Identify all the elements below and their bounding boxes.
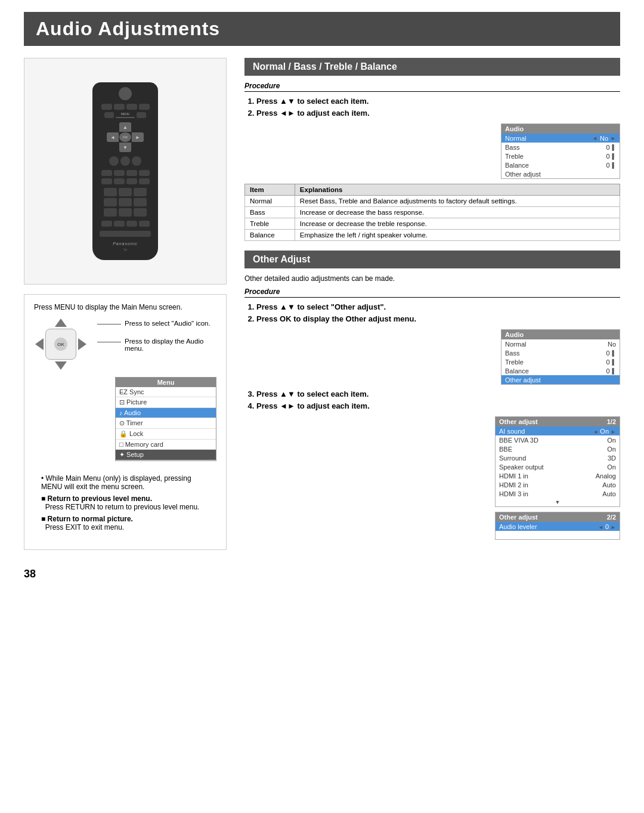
remote-mid-row (109, 156, 141, 166)
audio-row-bass: Bass 0 ▌ (501, 143, 620, 152)
page-number: 38 (24, 568, 227, 580)
diagram-content: OK Press to select "Audio" icon. Pr (34, 317, 216, 371)
oa-speaker-val: On (607, 463, 616, 471)
audio2-bass-val: 0 ▌ (606, 350, 616, 357)
table-header-expl: Explanations (295, 184, 620, 196)
ai-sound-value: On (600, 428, 609, 435)
oa-hdmi3-label: HDMI 3 in (499, 490, 528, 497)
step1-1: Press ▲▼ to select each item. (256, 97, 620, 106)
oa-row-hdmi1: HDMI 1 in Analog (496, 471, 620, 480)
remote-btn-2 (114, 104, 125, 110)
left-column: MENU ▲ ◄ OK ► ▼ (24, 58, 227, 580)
dpad-diagram: OK (34, 317, 88, 371)
oa-hdmi1-val: Analog (596, 472, 616, 480)
bullet-notes: • While Main Menu (only) is displayed, p… (34, 469, 216, 540)
remote-sm-btn-3 (132, 156, 141, 166)
oa-tri-left: ◄ (593, 429, 598, 435)
remote-btn-13 (126, 178, 137, 184)
section1-procedure-label: Procedure (244, 82, 620, 92)
remote-sm-btn-2 (120, 156, 130, 166)
balance-value: 0 (606, 162, 609, 169)
tri-right-2: ▌ (612, 144, 616, 150)
audio2-normal-val: No (608, 341, 616, 348)
dpad-ok: OK (119, 132, 131, 142)
oa-row-bbe: BBE On (496, 444, 620, 453)
oa-surround-label: Surround (499, 455, 526, 462)
step1-2: Press ◄► to adjust each item. (256, 109, 620, 118)
oa-audio-leveler-label: Audio leveler (499, 523, 537, 530)
dpad-diag-arrow-down (55, 361, 67, 370)
audio2-treble-val: 0 ▌ (606, 358, 616, 366)
page-title: Audio Adjustments (24, 12, 620, 46)
dpad-diag-arrow-right (78, 338, 86, 350)
tri-left-1: ◄ (592, 135, 597, 141)
audio2-other-label: Other adjust (505, 376, 541, 384)
tri-right-4: ▌ (612, 162, 616, 168)
oa-menu-1-title: Other adjust 1/2 (496, 417, 620, 426)
remote-btn-8 (114, 170, 125, 176)
diagram-label-audio-menu: Press to display the Audio menu. (97, 338, 216, 352)
section2-header: Other Adjust (244, 251, 620, 268)
remote-num-8 (119, 208, 132, 217)
label-audio-icon-text: Press to select "Audio" icon. (125, 320, 210, 327)
audio-menu-1-title: Audio (501, 124, 620, 134)
oa-down-arrow: ▼ (496, 498, 620, 506)
main-layout: MENU ▲ ◄ OK ► ▼ (24, 58, 620, 580)
step2-1: Press ▲▼ to select "Other adjust". (256, 302, 620, 311)
dpad-up: ▲ (119, 122, 131, 132)
section1: Normal / Bass / Treble / Balance Procedu… (244, 58, 620, 241)
dpad-empty-1 (107, 122, 119, 132)
remote-image: MENU ▲ ◄ OK ► ▼ (24, 58, 227, 285)
section1-steps: Press ▲▼ to select each item. Press ◄► t… (244, 97, 620, 118)
table-cell-treble-expl: Increase or decrease the treble response… (295, 218, 620, 230)
menu-item-picture: ⊡ Picture (116, 397, 216, 408)
remote-btn-16 (114, 221, 125, 227)
remote-btn-5 (104, 112, 114, 118)
remote-btn-10 (139, 170, 150, 176)
section2-steps1: Press ▲▼ to select "Other adjust". Press… (244, 302, 620, 323)
label-line-2 (97, 342, 121, 342)
remote-sensor (119, 87, 132, 100)
oa-menu-2-title: Other adjust 2/2 (496, 512, 620, 522)
oa-tri-right: ► (611, 429, 616, 435)
remote-btn-11 (101, 178, 112, 184)
oa-hdmi3-val: Auto (602, 490, 616, 497)
remote-btn-7 (101, 170, 112, 176)
menu-item-memory: □ Memory card (116, 440, 216, 450)
remote-row-3 (101, 170, 150, 176)
oa-title-text: Other adjust (499, 418, 538, 425)
oa-menu-1: Other adjust 1/2 AI sound ◄ On ► BBE VIV… (495, 416, 620, 507)
oa-bbe-viva-label: BBE VIVA 3D (499, 437, 538, 444)
dpad-empty-3 (107, 143, 119, 152)
remote-top-buttons (101, 104, 150, 110)
oa-page-1: 1/2 (607, 418, 616, 425)
remote-btn-18 (139, 221, 150, 227)
oa-surround-val: 3D (608, 455, 616, 462)
oa-bbe-val: On (607, 446, 616, 453)
audio2-row-bass: Bass 0 ▌ (501, 348, 620, 357)
remote-dpad: ▲ ◄ OK ► ▼ (107, 122, 144, 152)
remote-btn-17 (126, 221, 137, 227)
oa-page-2: 2/2 (607, 514, 616, 521)
bullet-note-return: ■ Return to previous level menu. Press R… (40, 494, 210, 511)
audio-menu-2: Audio Normal No Bass 0 ▌ Treble 0 ▌ Bala… (501, 329, 620, 385)
label-audio-menu-text: Press to display the Audio menu. (125, 338, 216, 352)
tri-r-b: ▌ (612, 350, 616, 356)
remote-num-9 (134, 208, 147, 217)
audio-row-normal-label: Normal (505, 135, 526, 142)
oa-al-tri-left: ◄ (598, 524, 603, 530)
remote-num-7 (104, 208, 117, 217)
remote-num-6 (134, 198, 147, 206)
remote-wide-btn (100, 231, 151, 237)
audio2-row-treble: Treble 0 ▌ (501, 357, 620, 366)
remote-bottom-row (101, 221, 150, 227)
audio2-bass-label: Bass (505, 350, 519, 357)
remote-control: MENU ▲ ◄ OK ► ▼ (92, 82, 158, 260)
table-row-balance: Balance Emphasize the left / right speak… (245, 230, 620, 241)
dpad-empty-4 (132, 143, 144, 152)
menu-item-lock: 🔒 Lock (116, 429, 216, 440)
oa-bbe-label: BBE (499, 446, 512, 453)
menu-item-timer: ⊙ Timer (116, 418, 216, 429)
dpad-diag-center: OK (45, 329, 76, 360)
table-row-normal: Normal Reset Bass, Treble and Balance ad… (245, 196, 620, 207)
